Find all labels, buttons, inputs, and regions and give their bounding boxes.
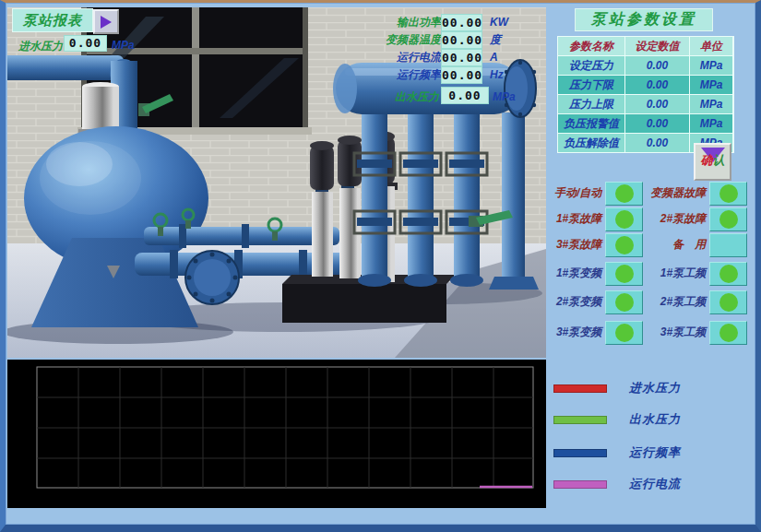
run-frequency-value: 00.00: [441, 66, 482, 84]
inlet-pressure-unit: MPa: [112, 37, 135, 54]
status-lamp-box: [709, 290, 747, 314]
param-unit: MPa: [690, 114, 732, 133]
outlet-pressure-label: 出水压力: [367, 89, 439, 106]
run-current-value: 00.00: [441, 49, 482, 66]
param-value-input[interactable]: 0.00: [625, 56, 689, 75]
param-unit: MPa: [690, 76, 732, 94]
status-lamp-box: [605, 233, 643, 257]
trend-chart: [7, 360, 546, 508]
status-row: 2#泵变频 2#泵工频: [546, 290, 747, 314]
param-value-input[interactable]: 0.00: [625, 114, 689, 133]
status-lamp-box: [709, 182, 747, 206]
run-current-unit: A: [490, 49, 498, 66]
status-lamp-box: [709, 321, 747, 345]
parameter-table: 参数名称 设定数值 单位 设定压力 0.00 MPa 压力下限 0.00 MPa…: [557, 36, 734, 153]
lamp-green: [615, 236, 634, 254]
param-name: 负压报警值: [558, 114, 624, 133]
status-label: 备 用: [643, 237, 709, 253]
status-label: 2#泵工频: [643, 294, 709, 310]
status-row: 3#泵故障 备 用: [546, 232, 747, 257]
status-row: 手动/自动 变频器故障: [546, 181, 747, 206]
param-unit: MPa: [690, 56, 732, 75]
param-value-input[interactable]: 0.00: [625, 76, 689, 94]
param-name: 负压解除值: [558, 134, 624, 152]
settings-panel-title: 泵站参数设置: [575, 8, 713, 31]
run-current-label: 运行电流: [367, 49, 441, 66]
status-label: 3#泵故障: [546, 237, 605, 253]
support-leg: [502, 112, 525, 277]
col-header-value: 设定数值: [625, 37, 689, 55]
status-label: 变频器故障: [643, 185, 709, 201]
riser-pipes: [354, 98, 487, 287]
param-value-input[interactable]: 0.00: [625, 134, 689, 152]
legend-item: 进水压力: [553, 380, 681, 396]
status-lamp-box: [605, 207, 643, 231]
status-label: 2#泵变频: [546, 294, 605, 310]
inverter-temp-value: 00.00: [441, 31, 482, 49]
legend-swatch: [553, 416, 607, 424]
lamp-green: [719, 184, 738, 203]
legend-item: 出水压力: [553, 411, 681, 428]
param-name: 设定压力: [558, 56, 624, 75]
status-row: 1#泵故障 2#泵故障: [546, 207, 747, 231]
status-label: 2#泵故障: [643, 211, 709, 227]
lamp-green: [615, 324, 634, 342]
legend-swatch: [553, 384, 607, 393]
status-lamp-box: [605, 290, 643, 314]
report-nav-button[interactable]: [93, 9, 119, 34]
pump-2: [338, 136, 362, 278]
status-lamp-box: [605, 262, 643, 286]
param-name: 压力上限: [558, 95, 624, 113]
output-power-unit: KW: [490, 14, 508, 31]
status-lamp-box: [605, 321, 643, 345]
pump-1: [310, 141, 334, 277]
status-label: 手动/自动: [546, 185, 605, 201]
lamp-green: [719, 210, 738, 229]
legend-item: 运行频率: [553, 444, 681, 461]
legend-label: 进水压力: [629, 380, 681, 396]
param-unit: MPa: [690, 95, 732, 113]
inverter-temp-unit: 度: [490, 31, 501, 49]
status-row: 3#泵变频 3#泵工频: [546, 320, 747, 345]
grid-lines: [37, 367, 533, 488]
status-label: 1#泵工频: [643, 266, 709, 281]
hmi-root: 泵站报表 进水压力 0.00 MPa 输出功率 00.00 KW 变频器温度 0…: [0, 0, 761, 532]
status-lamp-box: [709, 262, 747, 286]
run-frequency-unit: Hz: [490, 66, 504, 84]
confirm-button[interactable]: 确认: [694, 143, 731, 181]
report-button[interactable]: 泵站报表: [12, 8, 93, 32]
legend-item: 运行电流: [553, 476, 681, 492]
status-label: 3#泵变频: [546, 325, 605, 340]
status-row: 1#泵变频 1#泵工频: [546, 261, 747, 286]
param-value-input[interactable]: 0.00: [625, 95, 689, 113]
trend-plot: [7, 360, 546, 508]
status-label: 1#泵变频: [546, 266, 605, 281]
inlet-pressure-label: 进水压力: [9, 38, 63, 55]
confirm-button-label: 确认: [701, 154, 725, 166]
lamp-green: [615, 210, 634, 229]
legend-label: 出水压力: [629, 411, 681, 428]
outlet-pressure-value: 0.00: [441, 87, 489, 104]
lamp-green: [615, 265, 634, 283]
legend-swatch: [553, 480, 607, 489]
lamp-green: [719, 265, 738, 283]
col-header-name: 参数名称: [558, 37, 624, 55]
output-power-value: 00.00: [441, 14, 482, 31]
inlet-pressure-value: 0.00: [64, 35, 107, 52]
status-label: 1#泵故障: [546, 211, 605, 227]
legend-label: 运行电流: [629, 476, 681, 492]
legend-label: 运行频率: [629, 444, 681, 461]
status-lamp-box: [709, 233, 747, 257]
inverter-temp-label: 变频器温度: [367, 31, 441, 49]
outlet-pressure-unit: MPa: [493, 89, 516, 106]
lamp-green: [719, 324, 738, 342]
play-arrow-icon: [101, 16, 112, 29]
output-power-label: 输出功率: [367, 14, 441, 31]
status-lamp-box: [605, 182, 643, 206]
param-name: 压力下限: [558, 76, 624, 94]
status-label: 3#泵工频: [643, 325, 709, 340]
legend-swatch: [553, 449, 607, 457]
lamp-green: [719, 293, 738, 312]
run-frequency-label: 运行频率: [367, 66, 441, 84]
col-header-unit: 单位: [690, 37, 732, 55]
